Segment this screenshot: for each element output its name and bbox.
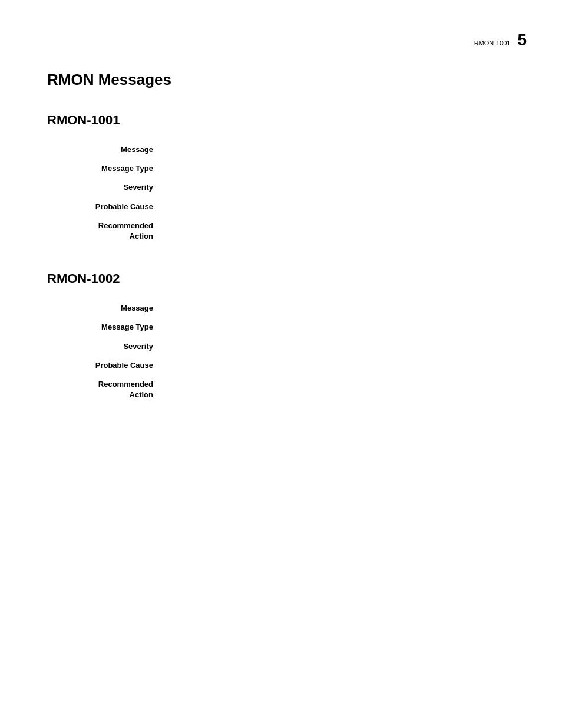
- field-row-messagetype-2: Message Type: [47, 322, 527, 332]
- field-row-probablecause-1: Probable Cause: [47, 202, 527, 212]
- header-code: RMON-1001: [474, 39, 511, 47]
- page-header: RMON-1001 5: [474, 31, 527, 50]
- section-rmon-1001: RMON-1001 Message Message Type Severity …: [47, 113, 527, 242]
- section-rmon-1002: RMON-1002 Message Message Type Severity …: [47, 271, 527, 400]
- section-id-rmon-1001: RMON-1001: [47, 113, 527, 128]
- field-label-severity-2: Severity: [47, 341, 165, 352]
- field-row-action-2: Recommended Action: [47, 379, 527, 400]
- field-label-probablecause-1: Probable Cause: [47, 202, 165, 212]
- section-id-rmon-1002: RMON-1002: [47, 271, 527, 286]
- field-row-message-2: Message: [47, 303, 527, 314]
- field-label-messagetype-2: Message Type: [47, 322, 165, 332]
- field-row-probablecause-2: Probable Cause: [47, 360, 527, 371]
- header-page-number: 5: [517, 31, 527, 50]
- field-row-messagetype-1: Message Type: [47, 163, 527, 174]
- field-row-action-1: Recommended Action: [47, 220, 527, 242]
- page-title: RMON Messages: [47, 71, 527, 89]
- field-row-severity-2: Severity: [47, 341, 527, 352]
- field-label-messagetype-1: Message Type: [47, 163, 165, 174]
- field-label-message-1: Message: [47, 144, 165, 155]
- field-row-severity-1: Severity: [47, 182, 527, 193]
- field-row-message-1: Message: [47, 144, 527, 155]
- field-label-probablecause-2: Probable Cause: [47, 360, 165, 371]
- field-label-action-2: Recommended Action: [47, 379, 165, 400]
- field-label-action-1: Recommended Action: [47, 220, 165, 242]
- field-label-message-2: Message: [47, 303, 165, 314]
- field-label-severity-1: Severity: [47, 182, 165, 193]
- page-content: RMON Messages RMON-1001 Message Message …: [0, 0, 562, 465]
